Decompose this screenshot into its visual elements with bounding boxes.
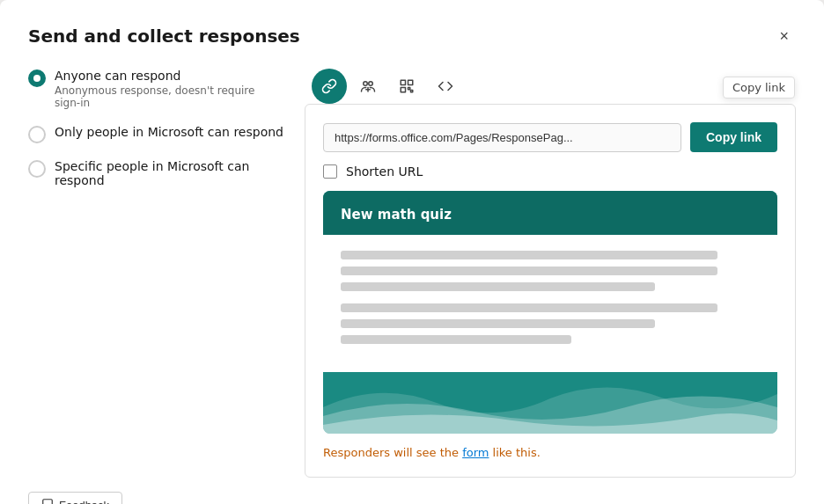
- preview-card: New math quiz: [323, 191, 777, 434]
- svg-point-1: [369, 82, 373, 86]
- preview-card-title: New math quiz: [323, 191, 777, 235]
- feedback-icon: [41, 498, 54, 504]
- url-input[interactable]: [323, 123, 681, 152]
- feedback-label: Feedback: [59, 499, 109, 504]
- dialog-title: Send and collect responses: [28, 26, 300, 47]
- radio-microsoft[interactable]: [28, 126, 46, 143]
- svg-rect-6: [401, 88, 405, 92]
- responders-form-link[interactable]: form: [462, 446, 489, 459]
- preview-line: [341, 303, 717, 312]
- url-row: Copy link: [323, 122, 777, 152]
- dialog-header: Send and collect responses ×: [28, 25, 796, 47]
- tab-qr[interactable]: [389, 69, 424, 104]
- preview-line: [341, 335, 571, 344]
- content-box: Copy link Copy link Shorten URL New math…: [305, 104, 796, 478]
- shorten-url-checkbox[interactable]: [323, 164, 337, 179]
- svg-point-0: [364, 82, 368, 86]
- copy-link-button[interactable]: Copy link: [690, 122, 777, 152]
- preview-line: [341, 282, 655, 291]
- preview-line: [341, 319, 655, 328]
- svg-rect-8: [411, 91, 413, 92]
- left-panel: Anyone can respond Anonymous response, d…: [28, 69, 283, 478]
- dialog-footer: Feedback: [28, 492, 796, 504]
- radio-anyone-sublabel: Anonymous response, doesn't require sign…: [55, 84, 283, 109]
- send-collect-dialog: Send and collect responses × Anyone can …: [0, 0, 824, 504]
- radio-specific-label: Specific people in Microsoft can respond: [55, 159, 283, 187]
- preview-lines-group-2: [341, 303, 760, 344]
- preview-card-body: [323, 235, 777, 372]
- radio-microsoft-label: Only people in Microsoft can respond: [55, 125, 283, 139]
- radio-anyone-label: Anyone can respond: [55, 69, 283, 83]
- svg-rect-4: [401, 80, 405, 84]
- dialog-body: Anyone can respond Anonymous response, d…: [28, 69, 796, 478]
- tab-link[interactable]: [312, 69, 347, 104]
- close-button[interactable]: ×: [772, 25, 796, 47]
- feedback-button[interactable]: Feedback: [28, 492, 122, 504]
- tab-collaborate[interactable]: [350, 69, 386, 104]
- wave-decoration: [323, 372, 777, 434]
- radio-option-specific[interactable]: Specific people in Microsoft can respond: [28, 159, 283, 187]
- preview-lines-group-1: [341, 251, 760, 291]
- copy-tooltip: Copy link: [723, 77, 795, 99]
- radio-option-anyone[interactable]: Anyone can respond Anonymous response, d…: [28, 69, 283, 109]
- responders-text-after: like this.: [489, 446, 540, 459]
- radio-anyone[interactable]: [28, 69, 46, 87]
- preview-line: [341, 267, 717, 275]
- preview-line: [341, 251, 717, 259]
- svg-rect-5: [408, 80, 413, 84]
- right-panel: Copy link Copy link Shorten URL New math…: [305, 69, 796, 478]
- tab-embed[interactable]: [428, 69, 463, 104]
- radio-option-microsoft[interactable]: Only people in Microsoft can respond: [28, 125, 283, 143]
- svg-rect-7: [408, 88, 410, 90]
- responders-text-before: Responders will see the: [323, 446, 462, 459]
- shorten-url-label: Shorten URL: [346, 164, 423, 179]
- radio-specific[interactable]: [28, 160, 46, 178]
- shorten-url-row: Shorten URL: [323, 164, 777, 179]
- responders-info: Responders will see the form like this.: [323, 446, 777, 459]
